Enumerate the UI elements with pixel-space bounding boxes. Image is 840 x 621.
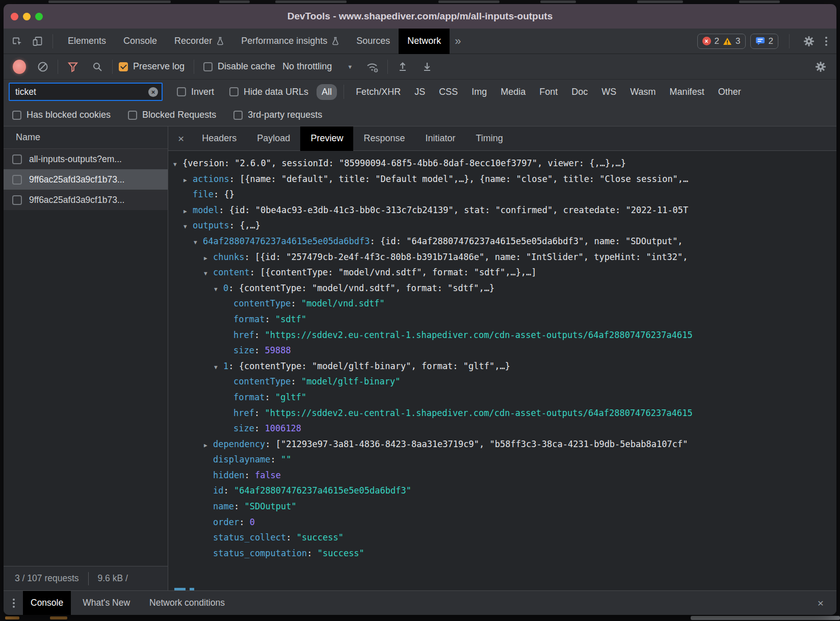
preserve-log-checkbox[interactable] [119, 62, 128, 71]
json-tree-line[interactable]: contentType: "model/vnd.sdtf" [168, 296, 836, 312]
type-filter-wasm[interactable]: Wasm [625, 84, 661, 100]
json-tree-line[interactable]: name: "SDOutput" [168, 499, 836, 514]
json-tree-line[interactable]: id: "64af28807476237a4615e5e05da6bdf3" [168, 483, 836, 499]
tree-expanded-icon[interactable]: ▼ [214, 282, 223, 296]
network-settings-gear-icon[interactable] [812, 58, 829, 75]
settings-gear-icon[interactable] [800, 33, 818, 50]
detail-tab-initiator[interactable]: Initiator [415, 126, 465, 151]
drawer-tab-what-s-new[interactable]: What's New [75, 591, 138, 615]
request-row[interactable]: all-inputs-outputs?em... [4, 149, 168, 169]
detail-tab-payload[interactable]: Payload [247, 126, 300, 151]
clear-filter-icon[interactable]: × [148, 87, 158, 97]
json-tree-line[interactable]: ▼0: {contentType: "model/vnd.sdtf", form… [168, 280, 836, 296]
json-tree-line[interactable]: displayname: "" [168, 452, 836, 468]
detail-tab-preview[interactable]: Preview [300, 126, 353, 151]
json-tree-line[interactable]: status_computation: "success" [168, 546, 836, 561]
type-filter-js[interactable]: JS [409, 84, 430, 100]
record-network-log-button[interactable] [13, 60, 26, 74]
has-blocked-cookies-checkbox[interactable] [12, 111, 21, 120]
request-checkbox[interactable] [12, 175, 22, 185]
tree-expanded-icon[interactable]: ▼ [173, 157, 182, 171]
json-tree-line[interactable]: href: "https://sddev2.eu-central-1.shape… [168, 405, 836, 421]
filter-icon[interactable] [64, 58, 82, 75]
tree-expanded-icon[interactable]: ▼ [214, 360, 223, 374]
filter-input[interactable]: ticket × [9, 83, 163, 101]
tree-collapsed-icon[interactable]: ▶ [204, 251, 213, 265]
background-page-fragment [739, 1, 780, 3]
json-tree-line[interactable]: ▶model: {id: "0be4ac93-e3db-41c3-bb0c-31… [168, 202, 836, 218]
json-tree-line[interactable]: ▶actions: [{name: "default", title: "Def… [168, 171, 836, 187]
network-conditions-icon[interactable] [364, 58, 381, 75]
invert-checkbox[interactable] [177, 87, 186, 96]
json-tree-line[interactable]: ▶dependency: ["21293e97-3a81-4836-8423-8… [168, 436, 836, 452]
inspect-element-icon[interactable] [9, 33, 26, 50]
json-tree-line[interactable]: file: {} [168, 187, 836, 202]
tree-collapsed-icon[interactable]: ▶ [183, 173, 193, 187]
type-filter-fetch-xhr[interactable]: Fetch/XHR [351, 84, 406, 100]
json-tree-line[interactable]: ▼64af28807476237a4615e5e05da6bdf3: {id: … [168, 234, 836, 249]
search-icon[interactable] [89, 58, 106, 75]
type-filter-media[interactable]: Media [495, 84, 531, 100]
import-har-icon[interactable] [394, 58, 411, 75]
tree-expanded-icon[interactable]: ▼ [204, 266, 213, 280]
tab-performance-insights[interactable]: Performance insights [232, 29, 348, 54]
type-filter-img[interactable]: Img [466, 84, 492, 100]
clear-network-log-icon[interactable] [34, 58, 51, 75]
type-filter-doc[interactable]: Doc [566, 84, 593, 100]
main-menu-kebab-icon[interactable] [822, 37, 830, 46]
throttling-select[interactable]: No throttling [282, 61, 332, 72]
request-checkbox[interactable] [12, 195, 22, 205]
hide-data-urls-checkbox[interactable] [229, 87, 239, 96]
tab-recorder[interactable]: Recorder [166, 29, 232, 54]
type-filter-ws[interactable]: WS [596, 84, 621, 100]
type-filter-manifest[interactable]: Manifest [665, 84, 710, 100]
tab-sources[interactable]: Sources [348, 29, 399, 54]
type-filter-other[interactable]: Other [713, 84, 746, 100]
drawer-tab-console[interactable]: Console [23, 591, 71, 615]
json-tree-line[interactable]: ▼outputs: {,…} [168, 218, 836, 234]
tree-collapsed-icon[interactable]: ▶ [183, 204, 193, 218]
close-drawer-icon[interactable]: × [808, 597, 831, 609]
errors-warnings-badge[interactable]: × 2 3 [697, 34, 746, 49]
json-tree-line[interactable]: size: 59888 [168, 343, 836, 358]
json-tree-line[interactable]: ▼1: {contentType: "model/gltf-binary", f… [168, 358, 836, 374]
json-tree-line[interactable]: hidden: false [168, 468, 836, 483]
tab-console[interactable]: Console [115, 29, 166, 54]
tree-expanded-icon[interactable]: ▼ [194, 235, 203, 249]
tree-expanded-icon[interactable]: ▼ [183, 219, 193, 234]
json-tree-line[interactable]: ▶chunks: [{id: "257479cb-2e4f-4f3c-80b8-… [168, 249, 836, 265]
more-tabs-button[interactable]: » [450, 35, 466, 48]
disable-cache-checkbox[interactable] [203, 62, 213, 71]
issues-badge[interactable]: 2 [750, 34, 778, 49]
close-detail-icon[interactable]: × [168, 133, 192, 145]
tree-collapsed-icon[interactable]: ▶ [204, 438, 213, 452]
json-key: href [233, 330, 254, 340]
export-har-icon[interactable] [418, 58, 436, 75]
json-tree-line[interactable]: format: "gltf" [168, 390, 836, 405]
request-checkbox[interactable] [12, 154, 22, 164]
type-filter-all[interactable]: All [317, 84, 337, 100]
json-tree-line[interactable]: size: 1006128 [168, 421, 836, 436]
tab-elements[interactable]: Elements [59, 29, 115, 54]
device-toolbar-icon[interactable] [29, 33, 46, 50]
json-tree-line[interactable]: href: "https://sddev2.eu-central-1.shape… [168, 327, 836, 343]
json-tree-line[interactable]: status_collect: "success" [168, 530, 836, 546]
type-filter-css[interactable]: CSS [434, 84, 463, 100]
json-tree-line[interactable]: order: 0 [168, 514, 836, 530]
detail-tab-response[interactable]: Response [353, 126, 415, 151]
json-tree-line[interactable]: contentType: "model/gltf-binary" [168, 374, 836, 390]
blocked-requests-checkbox[interactable] [128, 111, 137, 120]
json-tree-line[interactable]: format: "sdtf" [168, 312, 836, 327]
json-tree-line[interactable]: ▼{version: "2.6.0", sessionId: "85990094… [168, 156, 836, 171]
detail-tab-headers[interactable]: Headers [192, 126, 247, 151]
json-tree-line[interactable]: ▼content: [{contentType: "model/vnd.sdtf… [168, 265, 836, 280]
detail-tab-timing[interactable]: Timing [466, 126, 513, 151]
drawer-menu-kebab-icon[interactable] [10, 599, 18, 608]
type-filter-font[interactable]: Font [534, 84, 563, 100]
request-row[interactable]: 9ff6ac25afd3a9cf1b73... [4, 169, 168, 190]
requests-column-header[interactable]: Name [4, 126, 168, 149]
drawer-tab-network-conditions[interactable]: Network conditions [142, 591, 232, 615]
request-row[interactable]: 9ff6ac25afd3a9cf1b73... [4, 190, 168, 210]
3rd-party-requests-checkbox[interactable] [233, 111, 243, 120]
tab-network[interactable]: Network [399, 29, 450, 54]
